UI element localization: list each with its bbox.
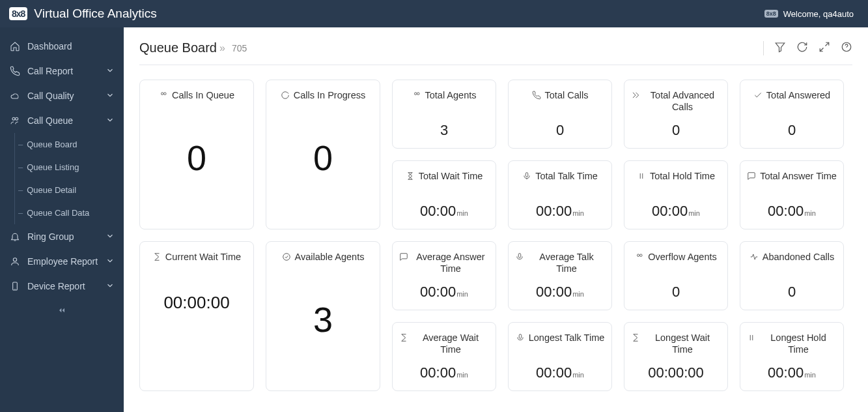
mic-icon bbox=[522, 171, 531, 181]
chevron-down-icon bbox=[105, 256, 115, 267]
check-circle-icon bbox=[282, 252, 291, 261]
top-bar: 8x8 Virtual Office Analytics 8x8 Welcome… bbox=[0, 0, 868, 27]
card-title: Longest Talk Time bbox=[529, 332, 605, 344]
card-total-talk: Total Talk Time 00:00min bbox=[508, 160, 612, 229]
card-value: 00:00:00 bbox=[163, 293, 229, 313]
subnav-queue-board[interactable]: –Queue Board bbox=[0, 133, 124, 156]
device-icon bbox=[9, 281, 21, 291]
home-icon bbox=[9, 41, 21, 52]
card-longest-talk: Longest Talk Time 00:00min bbox=[508, 322, 612, 391]
card-avg-talk: Average Talk Time 00:00min bbox=[508, 241, 612, 310]
card-value: 3 bbox=[440, 122, 448, 139]
svg-point-0 bbox=[12, 117, 15, 120]
sub-label: Queue Listing bbox=[27, 162, 79, 172]
nav-label: Employee Report bbox=[27, 256, 98, 267]
svg-rect-18 bbox=[518, 254, 521, 258]
card-title: Total Calls bbox=[545, 89, 589, 101]
card-title: Calls In Progress bbox=[294, 89, 365, 101]
nav-ring-group[interactable]: Ring Group bbox=[0, 224, 124, 249]
subnav-queue-detail[interactable]: –Queue Detail bbox=[0, 179, 124, 201]
nav-employee-report[interactable]: Employee Report bbox=[0, 249, 124, 274]
card-title: Total Talk Time bbox=[535, 170, 598, 182]
bell-icon bbox=[9, 231, 21, 242]
card-title: Total Wait Time bbox=[419, 170, 483, 182]
chevron-down-icon bbox=[105, 66, 115, 77]
svg-line-6 bbox=[826, 42, 829, 46]
card-title: Calls In Queue bbox=[172, 89, 234, 101]
phone-icon bbox=[532, 91, 541, 100]
activity-icon bbox=[749, 252, 759, 261]
svg-point-12 bbox=[414, 93, 417, 95]
card-title: Average Answer Time bbox=[412, 251, 489, 274]
chat-icon bbox=[399, 252, 408, 261]
queue-icon bbox=[159, 91, 168, 100]
pause-icon bbox=[747, 333, 756, 342]
nav-label: Dashboard bbox=[27, 41, 72, 52]
filter-icon[interactable] bbox=[774, 41, 786, 55]
card-total-wait: Total Wait Time 00:00min bbox=[392, 160, 496, 229]
card-title: Abandoned Calls bbox=[763, 251, 834, 263]
breadcrumb-separator: » bbox=[219, 42, 225, 54]
sub-label: Queue Board bbox=[27, 140, 77, 149]
mic-icon bbox=[516, 333, 525, 342]
card-value: 00:00min bbox=[536, 203, 584, 220]
expand-icon[interactable] bbox=[819, 41, 830, 55]
refresh-icon bbox=[281, 91, 290, 100]
nav-call-report[interactable]: Call Report bbox=[0, 59, 124, 83]
nav-dashboard[interactable]: Dashboard bbox=[0, 34, 124, 59]
card-value: 00:00min bbox=[652, 203, 700, 220]
hourglass-icon bbox=[406, 171, 415, 181]
chevron-down-icon bbox=[105, 91, 115, 102]
chevron-down-icon bbox=[105, 115, 115, 126]
brand-chip: 8x8 bbox=[764, 10, 778, 18]
svg-point-11 bbox=[164, 93, 167, 95]
page-title: Queue Board bbox=[139, 40, 217, 55]
card-title: Total Advanced Calls bbox=[644, 89, 721, 113]
refresh-icon[interactable] bbox=[796, 41, 808, 55]
svg-point-19 bbox=[637, 254, 640, 257]
card-value: 3 bbox=[313, 302, 333, 337]
card-value: 0 bbox=[788, 122, 796, 139]
forward-icon bbox=[631, 91, 640, 100]
card-value: 00:00min bbox=[420, 364, 468, 381]
welcome-text[interactable]: Welcome, qa4auto bbox=[783, 9, 854, 19]
svg-marker-5 bbox=[776, 43, 785, 52]
card-title: Longest Wait Time bbox=[644, 332, 721, 355]
nav-device-report[interactable]: Device Report bbox=[0, 274, 124, 299]
card-avg-wait: Average Wait Time 00:00min bbox=[392, 322, 496, 391]
subnav-queue-listing[interactable]: –Queue Listing bbox=[0, 156, 124, 179]
divider bbox=[139, 65, 852, 65]
user-icon bbox=[9, 256, 21, 267]
nav-label: Call Queue bbox=[27, 115, 73, 126]
svg-rect-14 bbox=[525, 173, 528, 177]
chat-icon bbox=[747, 171, 756, 181]
sub-label: Queue Call Data bbox=[27, 208, 89, 218]
svg-point-20 bbox=[640, 254, 643, 257]
card-title: Total Hold Time bbox=[650, 170, 715, 182]
card-value: 0 bbox=[788, 284, 796, 301]
card-calls-in-queue: Calls In Queue 0 bbox=[139, 80, 254, 229]
cloud-icon bbox=[9, 91, 21, 101]
help-icon[interactable] bbox=[841, 41, 852, 55]
svg-point-17 bbox=[283, 254, 290, 261]
svg-point-2 bbox=[13, 258, 16, 261]
collapse-sidebar-button[interactable] bbox=[0, 299, 124, 324]
card-available-agents: Available Agents 3 bbox=[266, 241, 380, 391]
card-avg-answer: Average Answer Time 00:00min bbox=[392, 241, 496, 310]
chevron-down-icon bbox=[105, 231, 115, 243]
nav-label: Call Quality bbox=[27, 91, 74, 101]
subnav-queue-call-data[interactable]: –Queue Call Data bbox=[0, 201, 124, 224]
card-title: Available Agents bbox=[295, 251, 365, 263]
hourglass-icon bbox=[152, 252, 161, 261]
card-value: 00:00:00 bbox=[648, 364, 704, 381]
nav-call-quality[interactable]: Call Quality bbox=[0, 83, 124, 108]
card-value: 00:00min bbox=[536, 284, 584, 301]
card-value: 0 bbox=[556, 122, 564, 139]
nav-call-queue[interactable]: Call Queue bbox=[0, 108, 124, 133]
card-abandoned: Abandoned Calls 0 bbox=[740, 241, 844, 310]
card-total-advanced: Total Advanced Calls 0 bbox=[624, 80, 728, 149]
page-sub: 705 bbox=[232, 43, 247, 53]
check-icon bbox=[753, 91, 763, 100]
card-value: 00:00min bbox=[768, 203, 816, 220]
card-value: 00:00min bbox=[536, 364, 584, 381]
